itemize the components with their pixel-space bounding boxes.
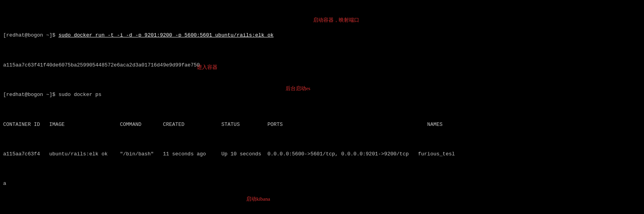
line-1: [redhat@bogon ~]$ sudo docker run -t -i … xyxy=(3,32,641,39)
line-blank xyxy=(3,210,641,214)
line-5-row: a115aa7c63f4 ubuntu/rails:elk ok "/bin/b… xyxy=(3,151,641,158)
annotation-enter-container: 进入容器 xyxy=(197,64,217,71)
annotation-start-kibana: 启动kibana xyxy=(246,196,270,203)
line-4-header: CONTAINER ID IMAGE COMMAND CREATED STATU… xyxy=(3,121,641,129)
terminal-window: [redhat@bogon ~]$ sudo docker run -t -i … xyxy=(0,0,644,214)
line-6: a xyxy=(3,180,641,188)
annotation-start-container: 启动容器，映射端口 xyxy=(313,17,359,24)
annotation-start-es: 后台启动es xyxy=(286,85,310,92)
line-2: a115aa7c63f41f40de6075ba259905448572e6ac… xyxy=(3,62,641,69)
line-3: [redhat@bogon ~]$ sudo docker ps xyxy=(3,91,641,99)
